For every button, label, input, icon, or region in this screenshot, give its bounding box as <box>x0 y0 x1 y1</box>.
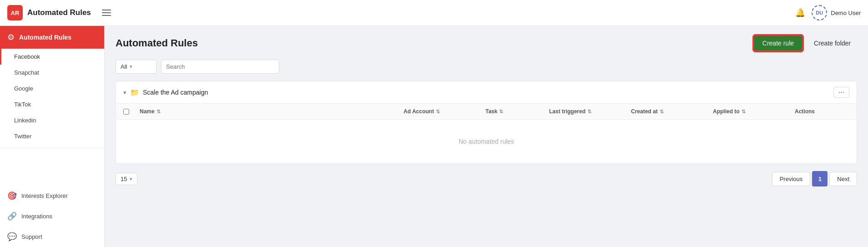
main-actions: Create rule Create folder <box>753 35 857 51</box>
page-number-1[interactable]: 1 <box>812 171 828 187</box>
folder-chevron-icon[interactable]: ▾ <box>123 89 126 96</box>
sort-task-icon: ⇅ <box>499 109 503 115</box>
col-ad-account[interactable]: Ad Account ⇅ <box>404 108 485 115</box>
sidebar-active-label: Automated Rules <box>19 34 71 41</box>
folder-name: Scale the Ad campaign <box>143 89 830 96</box>
filter-bar: All ▾ <box>116 60 857 74</box>
sidebar-item-integrations[interactable]: 🔗 Integrations <box>0 206 104 227</box>
col-actions-label: Actions <box>795 108 815 115</box>
sidebar-item-facebook[interactable]: Facebook <box>0 49 104 65</box>
empty-state: No automated rules <box>116 120 857 163</box>
sort-created-at-icon: ⇅ <box>660 109 664 115</box>
col-checkbox <box>123 108 140 115</box>
folder-icon: 📁 <box>130 88 139 97</box>
support-icon: 💬 <box>7 232 17 242</box>
col-task[interactable]: Task ⇅ <box>485 108 549 115</box>
col-last-triggered[interactable]: Last triggered ⇅ <box>549 108 631 115</box>
col-name-label: Name <box>140 108 155 115</box>
filter-value: All <box>121 63 127 70</box>
sort-ad-account-icon: ⇅ <box>436 109 440 115</box>
sidebar-item-google[interactable]: Google <box>0 81 104 96</box>
avatar: DU <box>812 5 827 20</box>
support-label: Support <box>21 233 42 240</box>
col-name[interactable]: Name ⇅ <box>140 108 404 115</box>
sidebar-item-tiktok[interactable]: TikTok <box>0 96 104 112</box>
sidebar-item-snapchat[interactable]: Snapchat <box>0 65 104 81</box>
sidebar-item-support[interactable]: 💬 Support <box>0 227 104 247</box>
layout: ⚙ Automated Rules Facebook Snapchat Goog… <box>0 26 868 247</box>
table-header: Name ⇅ Ad Account ⇅ Task ⇅ Last triggere… <box>116 104 857 120</box>
page-size-chevron-icon: ▾ <box>130 176 132 182</box>
select-all-checkbox[interactable] <box>123 109 129 115</box>
sidebar-sub-items: Facebook Snapchat Google TikTok Linkedin… <box>0 49 104 144</box>
col-created-at[interactable]: Created at ⇅ <box>631 108 713 115</box>
topbar: AR Automated Rules 🔔 DU Demo User <box>0 0 868 26</box>
interests-label: Interests Explorer <box>21 192 68 199</box>
page-size-value: 15 <box>121 176 127 182</box>
sidebar-item-twitter[interactable]: Twitter <box>0 128 104 144</box>
page-size-selector[interactable]: 15 ▾ <box>116 173 137 185</box>
app-title: Automated Rules <box>27 8 91 17</box>
main-header: Automated Rules Create rule Create folde… <box>116 35 857 51</box>
next-button[interactable]: Next <box>829 172 857 186</box>
folder-more-button[interactable]: ··· <box>833 87 849 98</box>
search-input[interactable] <box>166 63 274 70</box>
sidebar-item-interests-explorer[interactable]: 🎯 Interests Explorer <box>0 186 104 206</box>
pagination-nav: Previous 1 Next <box>772 171 857 187</box>
col-ad-account-label: Ad Account <box>404 108 434 115</box>
create-rule-button[interactable]: Create rule <box>753 35 803 51</box>
user-name: Demo User <box>831 10 861 16</box>
app-logo: AR <box>7 5 23 20</box>
topbar-right: 🔔 DU Demo User <box>795 5 861 20</box>
col-applied-to[interactable]: Applied to ⇅ <box>713 108 795 115</box>
sort-applied-to-icon: ⇅ <box>742 109 746 115</box>
filter-select[interactable]: All ▾ <box>116 60 156 74</box>
interests-icon: 🎯 <box>7 191 17 201</box>
user-menu[interactable]: DU Demo User <box>812 5 861 20</box>
sort-name-icon: ⇅ <box>156 109 161 115</box>
col-actions: Actions <box>795 108 849 115</box>
folder-row: ▾ 📁 Scale the Ad campaign ··· <box>116 81 857 104</box>
col-applied-to-label: Applied to <box>713 108 740 115</box>
integrations-label: Integrations <box>21 213 52 220</box>
content-card: ▾ 📁 Scale the Ad campaign ··· Name ⇅ Ad … <box>116 81 857 164</box>
col-created-at-label: Created at <box>631 108 658 115</box>
previous-button[interactable]: Previous <box>772 172 811 186</box>
topbar-center <box>91 8 795 18</box>
sort-last-triggered-icon: ⇅ <box>587 109 591 115</box>
sidebar-divider <box>0 148 104 148</box>
chevron-down-icon: ▾ <box>130 64 132 70</box>
sidebar-item-automated-rules[interactable]: ⚙ Automated Rules <box>0 26 104 49</box>
sidebar: ⚙ Automated Rules Facebook Snapchat Goog… <box>0 26 105 247</box>
pagination-bar: 15 ▾ Previous 1 Next <box>116 164 857 188</box>
search-wrapper <box>161 60 279 74</box>
col-last-triggered-label: Last triggered <box>549 108 585 115</box>
main-content: Automated Rules Create rule Create folde… <box>105 26 868 247</box>
page-title: Automated Rules <box>116 37 198 49</box>
automated-rules-icon: ⚙ <box>7 32 15 42</box>
topbar-left: AR Automated Rules <box>7 5 91 20</box>
col-task-label: Task <box>485 108 497 115</box>
create-folder-button[interactable]: Create folder <box>807 36 857 50</box>
hamburger-icon[interactable] <box>100 8 795 18</box>
sidebar-item-linkedin[interactable]: Linkedin <box>0 112 104 128</box>
sidebar-bottom: 🎯 Interests Explorer 🔗 Integrations 💬 Su… <box>0 186 104 247</box>
notification-bell-icon[interactable]: 🔔 <box>795 8 805 18</box>
integrations-icon: 🔗 <box>7 212 17 221</box>
